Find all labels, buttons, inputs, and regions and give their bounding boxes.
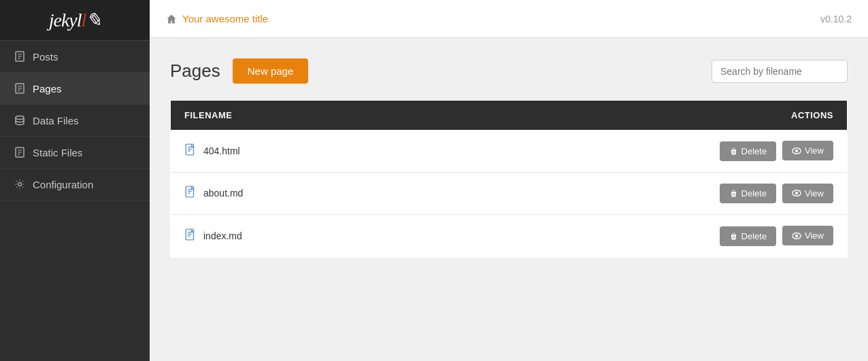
- sidebar-item-pages-label: Pages: [33, 83, 62, 94]
- delete-button[interactable]: Delete: [720, 226, 777, 246]
- sidebar-nav: Posts Pages Data Files Static Files Conf…: [0, 41, 150, 201]
- svg-point-13: [18, 183, 22, 186]
- view-button[interactable]: View: [782, 141, 833, 160]
- eye-icon: [792, 188, 801, 198]
- actions-cell: Delete View: [423, 130, 847, 172]
- sidebar-item-static-files[interactable]: Static Files: [0, 137, 150, 169]
- sidebar-item-posts-label: Posts: [33, 51, 59, 63]
- filename-cell: index.md: [184, 228, 410, 243]
- view-button[interactable]: View: [782, 184, 833, 203]
- sidebar-item-posts[interactable]: Posts: [0, 41, 150, 73]
- posts-icon: [14, 50, 26, 63]
- view-button[interactable]: View: [782, 226, 833, 245]
- col-actions: ACTIONS: [423, 101, 847, 131]
- sidebar-item-data-files-label: Data Files: [33, 115, 79, 126]
- file-rows: 404.html Delete View about.md: [171, 130, 848, 257]
- page-header-row: Pages New page: [170, 58, 848, 84]
- actions-cell: Delete View: [423, 215, 847, 258]
- svg-point-19: [795, 149, 798, 152]
- table-row: about.md Delete View: [171, 172, 848, 215]
- file-doc-icon: [184, 228, 197, 243]
- filename-text: 404.html: [203, 145, 240, 156]
- new-page-button[interactable]: New page: [233, 58, 309, 84]
- svg-point-8: [16, 116, 24, 120]
- sidebar-item-pages[interactable]: Pages: [0, 73, 150, 105]
- page-title: Pages: [170, 61, 220, 82]
- filename-cell: about.md: [184, 186, 410, 201]
- header-left: Your awesome title: [166, 13, 268, 24]
- col-filename: FILENAME: [171, 101, 424, 131]
- table-row: 404.html Delete View: [171, 130, 848, 172]
- logo: jekyll✎: [49, 9, 101, 31]
- site-title: Your awesome title: [182, 13, 268, 24]
- database-icon: [14, 114, 26, 126]
- page-title-group: Pages New page: [170, 58, 308, 84]
- filename-text: index.md: [203, 230, 242, 241]
- table-header-row: FILENAME ACTIONS: [171, 101, 848, 131]
- sidebar-item-data-files[interactable]: Data Files: [0, 105, 150, 137]
- home-icon: [166, 14, 177, 24]
- trash-icon: [729, 147, 738, 156]
- table-row: index.md Delete View: [171, 215, 848, 258]
- filename-text: about.md: [203, 188, 243, 199]
- search-input[interactable]: [712, 60, 848, 83]
- pages-icon: [14, 82, 26, 94]
- file-doc-icon: [184, 186, 197, 201]
- delete-button[interactable]: Delete: [720, 141, 777, 161]
- sidebar: jekyll✎ Posts Pages Data Files Static: [0, 0, 150, 361]
- version-label: v0.10.2: [820, 14, 852, 24]
- files-table: FILENAME ACTIONS 404.html Dele: [170, 100, 848, 258]
- gear-icon: [14, 178, 26, 190]
- sidebar-item-configuration-label: Configuration: [33, 179, 93, 190]
- sidebar-item-configuration[interactable]: Configuration: [0, 169, 150, 201]
- sidebar-item-static-files-label: Static Files: [33, 147, 82, 158]
- file-doc-icon: [184, 143, 197, 158]
- top-header: Your awesome title v0.10.2: [150, 0, 868, 38]
- delete-button[interactable]: Delete: [720, 184, 777, 203]
- static-files-icon: [14, 146, 26, 158]
- actions-cell: Delete View: [423, 172, 847, 215]
- eye-icon: [792, 231, 801, 241]
- trash-icon: [729, 189, 738, 198]
- trash-icon: [729, 232, 738, 241]
- svg-point-31: [795, 234, 798, 237]
- content-area: Pages New page FILENAME ACTIONS: [150, 38, 868, 361]
- main-area: Your awesome title v0.10.2 Pages New pag…: [150, 0, 868, 361]
- filename-cell: 404.html: [184, 143, 410, 158]
- logo-area: jekyll✎: [0, 0, 150, 41]
- eye-icon: [792, 146, 801, 156]
- svg-point-25: [795, 192, 798, 194]
